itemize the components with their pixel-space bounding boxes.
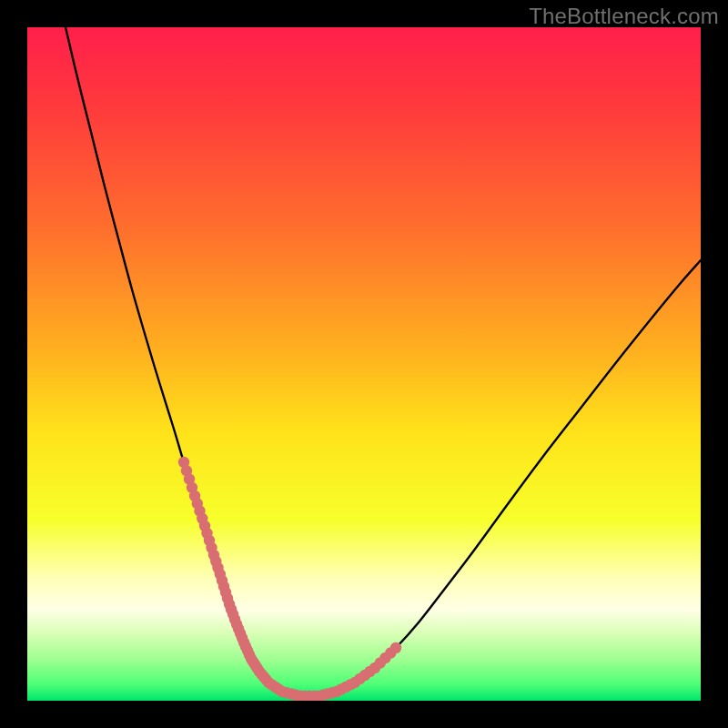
chart-frame: TheBottleneck.com: [0, 0, 728, 728]
watermark-text: TheBottleneck.com: [529, 4, 719, 29]
plot-area: [27, 27, 701, 701]
bottleneck-chart: [27, 27, 701, 701]
gradient-background: [27, 27, 701, 701]
highlight-dot: [390, 642, 401, 653]
